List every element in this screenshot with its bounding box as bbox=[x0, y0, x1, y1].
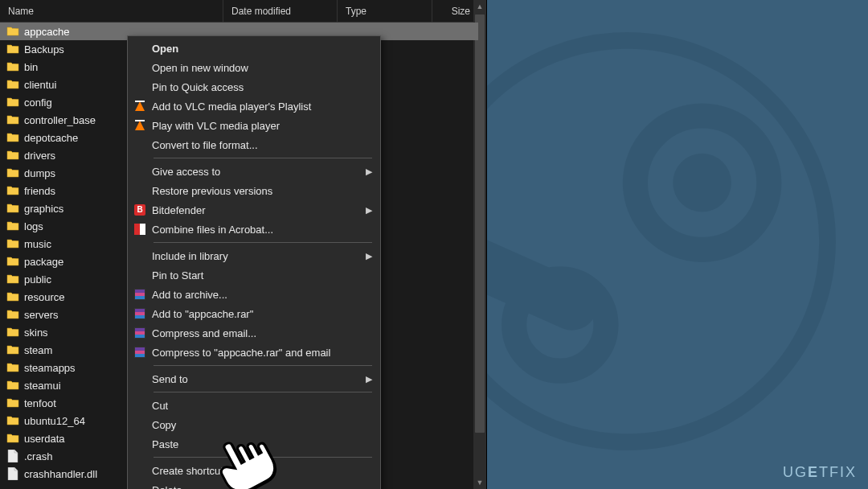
folder-label: resource bbox=[24, 291, 65, 303]
svg-point-3 bbox=[514, 279, 606, 371]
folder-icon bbox=[6, 131, 19, 144]
menu-item-label: Include in library bbox=[152, 250, 359, 262]
menu-item-label: Pin to Quick access bbox=[152, 81, 372, 93]
folder-icon bbox=[6, 308, 19, 321]
folder-icon bbox=[6, 432, 19, 445]
menu-item[interactable]: Restore previous versions bbox=[129, 181, 379, 200]
menu-item[interactable]: Include in library▶ bbox=[129, 246, 379, 265]
menu-item[interactable]: Copy bbox=[129, 415, 379, 434]
menu-item-label: Play with VLC media player bbox=[152, 120, 372, 132]
menu-item-label: Cut bbox=[152, 400, 372, 412]
file-label: crashhandler.dll bbox=[24, 468, 97, 480]
folder-label: appcache bbox=[24, 26, 69, 38]
menu-item[interactable]: Convert to file format... bbox=[129, 135, 379, 154]
vlc-icon bbox=[135, 121, 145, 130]
column-headers: Name Date modified Type Size bbox=[0, 0, 486, 23]
menu-item[interactable]: Play with VLC media player bbox=[129, 116, 379, 135]
folder-icon bbox=[6, 25, 19, 38]
context-menu: OpenOpen in new windowPin to Quick acces… bbox=[127, 35, 381, 489]
folder-label: config bbox=[24, 97, 52, 109]
winrar-icon bbox=[134, 289, 145, 300]
folder-label: tenfoot bbox=[24, 397, 56, 409]
folder-label: steamui bbox=[24, 380, 61, 392]
folder-label: servers bbox=[24, 309, 59, 321]
menu-separator bbox=[154, 392, 372, 392]
folder-label: ubuntu12_64 bbox=[24, 415, 85, 427]
folder-icon bbox=[6, 149, 19, 162]
folder-label: package bbox=[24, 256, 63, 268]
menu-item[interactable]: Send to▶ bbox=[129, 369, 379, 388]
folder-label: friends bbox=[24, 185, 55, 197]
watermark: UGETFIX bbox=[783, 464, 857, 481]
header-date-modified[interactable]: Date modified bbox=[223, 0, 338, 22]
folder-icon bbox=[6, 96, 19, 109]
file-icon bbox=[6, 467, 19, 480]
folder-icon bbox=[6, 166, 19, 179]
menu-separator bbox=[154, 158, 372, 158]
menu-item-label: Add to archive... bbox=[152, 289, 372, 301]
menu-item-label: Give access to bbox=[152, 166, 359, 178]
folder-label: logs bbox=[24, 220, 43, 232]
menu-separator bbox=[154, 365, 372, 366]
header-size[interactable]: Size bbox=[432, 0, 479, 22]
menu-item[interactable]: Open bbox=[129, 39, 379, 58]
menu-item[interactable]: Pin to Start bbox=[129, 265, 379, 285]
winrar-icon bbox=[134, 347, 145, 358]
folder-icon bbox=[6, 414, 19, 427]
folder-icon bbox=[6, 60, 19, 73]
menu-item[interactable]: Create shortcut bbox=[129, 461, 379, 480]
menu-item[interactable]: Add to "appcache.rar" bbox=[129, 304, 379, 323]
menu-item[interactable]: Add to archive... bbox=[129, 285, 379, 304]
submenu-arrow-icon: ▶ bbox=[364, 251, 372, 261]
winrar-icon bbox=[134, 327, 145, 339]
menu-item[interactable]: Compress and email... bbox=[129, 323, 379, 343]
menu-item-label: Create shortcut bbox=[152, 465, 372, 477]
menu-item-label: Send to bbox=[152, 373, 359, 385]
menu-item-label: Copy bbox=[152, 419, 372, 431]
watermark-mid: E bbox=[808, 464, 819, 480]
menu-item-label: Bitdefender bbox=[152, 204, 359, 216]
header-type[interactable]: Type bbox=[338, 0, 432, 22]
folder-label: public bbox=[24, 273, 51, 286]
folder-icon bbox=[6, 113, 19, 126]
folder-label: bin bbox=[24, 61, 38, 73]
folder-icon bbox=[6, 397, 19, 409]
bitdefender-icon: B bbox=[134, 204, 145, 216]
folder-icon bbox=[6, 290, 19, 303]
folder-label: clientui bbox=[24, 79, 56, 91]
menu-item-label: Paste bbox=[152, 438, 372, 450]
menu-item-label: Delete bbox=[152, 484, 372, 490]
menu-item[interactable]: Compress to "appcache.rar" and email bbox=[129, 343, 379, 362]
svg-point-2 bbox=[673, 154, 731, 212]
menu-item[interactable]: Delete bbox=[129, 480, 379, 489]
folder-icon bbox=[6, 220, 19, 232]
folder-icon bbox=[6, 326, 19, 339]
menu-item-label: Combine files in Acrobat... bbox=[152, 224, 372, 236]
menu-item-label: Compress and email... bbox=[152, 327, 372, 339]
folder-icon bbox=[6, 361, 19, 374]
menu-item[interactable]: Open in new window bbox=[129, 58, 379, 77]
submenu-arrow-icon: ▶ bbox=[364, 374, 372, 384]
menu-item[interactable]: Pin to Quick access bbox=[129, 77, 379, 97]
menu-item[interactable]: BBitdefender▶ bbox=[129, 200, 379, 220]
menu-item[interactable]: Combine files in Acrobat... bbox=[129, 220, 379, 239]
folder-label: steamapps bbox=[24, 362, 76, 374]
menu-item[interactable]: Cut bbox=[129, 396, 379, 415]
menu-separator bbox=[154, 457, 372, 458]
menu-item[interactable]: Add to VLC media player's Playlist bbox=[129, 97, 379, 116]
file-label: .crash bbox=[24, 450, 52, 462]
menu-item-label: Restore previous versions bbox=[152, 185, 372, 197]
menu-item-label: Pin to Start bbox=[152, 269, 372, 281]
folder-label: graphics bbox=[24, 203, 63, 215]
header-name[interactable]: Name bbox=[0, 0, 223, 22]
menu-item-label: Compress to "appcache.rar" and email bbox=[152, 347, 372, 359]
submenu-arrow-icon: ▶ bbox=[364, 166, 372, 177]
submenu-arrow-icon: ▶ bbox=[364, 205, 372, 216]
menu-separator bbox=[154, 242, 372, 243]
svg-point-1 bbox=[635, 116, 768, 249]
scroll-up-button[interactable]: ▲ bbox=[473, 0, 486, 13]
menu-item-label: Open bbox=[152, 43, 372, 55]
folder-label: dumps bbox=[24, 167, 55, 179]
menu-item[interactable]: Give access to▶ bbox=[129, 162, 379, 181]
menu-item[interactable]: Paste bbox=[129, 434, 379, 454]
